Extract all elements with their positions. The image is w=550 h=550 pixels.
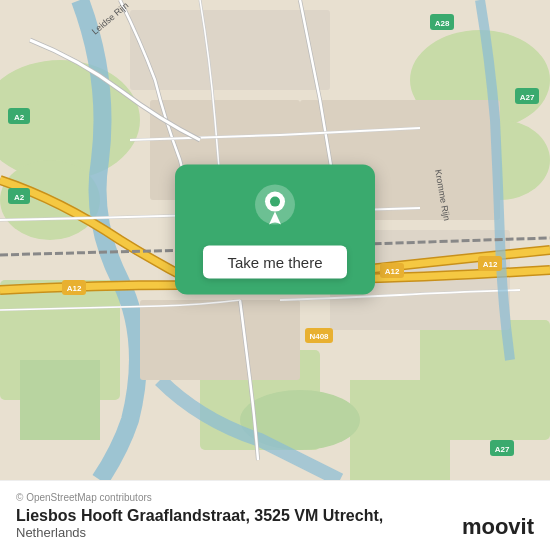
app: A2 A2 A28 A27 A27 A12 A12 A12 A1	[0, 0, 550, 550]
footer-content: © OpenStreetMap contributors Liesbos Hoo…	[16, 492, 534, 540]
take-me-there-button[interactable]: Take me there	[203, 246, 346, 279]
svg-text:A2: A2	[14, 193, 25, 202]
svg-text:A2: A2	[14, 113, 25, 122]
svg-text:A27: A27	[495, 445, 510, 454]
svg-text:A27: A27	[520, 93, 535, 102]
address-line: Liesbos Hooft Graaflandstraat, 3525 VM U…	[16, 507, 383, 525]
footer: © OpenStreetMap contributors Liesbos Hoo…	[0, 480, 550, 550]
svg-point-41	[270, 197, 280, 207]
map-container: A2 A2 A28 A27 A27 A12 A12 A12 A1	[0, 0, 550, 480]
svg-text:A12: A12	[67, 284, 82, 293]
moovit-logo: moovit	[462, 514, 534, 540]
location-card: Take me there	[175, 165, 375, 295]
svg-text:N408: N408	[309, 332, 329, 341]
svg-rect-4	[20, 360, 100, 440]
svg-text:A12: A12	[385, 267, 400, 276]
svg-rect-16	[140, 300, 300, 380]
pin-icon	[253, 183, 297, 227]
svg-text:A28: A28	[435, 19, 450, 28]
svg-text:A12: A12	[483, 260, 498, 269]
svg-rect-8	[350, 380, 450, 480]
country-line: Netherlands	[16, 525, 383, 540]
attribution: © OpenStreetMap contributors	[16, 492, 383, 503]
address-block: © OpenStreetMap contributors Liesbos Hoo…	[16, 492, 383, 540]
svg-rect-11	[130, 10, 330, 90]
